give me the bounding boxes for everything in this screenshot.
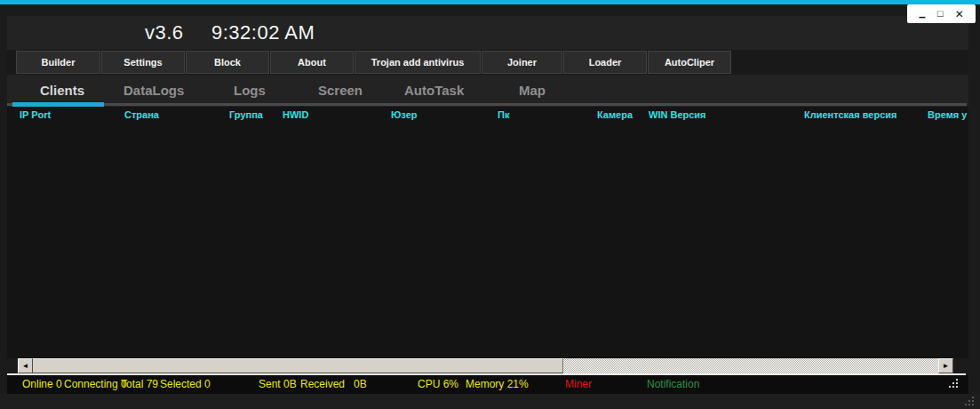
window-controls: – □ ✕: [907, 4, 976, 23]
app-window: – □ ✕ v3.6 9:32:02 AM Builder Settings B…: [0, 0, 980, 409]
status-selected: Selected 0: [160, 375, 211, 394]
horizontal-scrollbar: ◄ ►: [18, 358, 953, 373]
tabs-divider: [7, 103, 967, 106]
maximize-button[interactable]: □: [937, 9, 944, 19]
column-header-ip-port[interactable]: IP Port: [20, 109, 51, 120]
status-memory: Memory 21%: [466, 375, 529, 394]
tab-autotask[interactable]: AutoTask: [404, 83, 464, 98]
column-header-camera[interactable]: Камера: [597, 109, 633, 120]
close-button[interactable]: ✕: [955, 9, 964, 20]
autocliper-button[interactable]: AutoCliper: [648, 51, 731, 74]
loader-button[interactable]: Loader: [563, 51, 647, 74]
status-total: Total 79: [121, 375, 158, 394]
column-header-user[interactable]: Юзер: [391, 109, 418, 120]
joiner-button[interactable]: Joiner: [482, 51, 562, 74]
app-version: v3.6: [145, 21, 184, 44]
block-button[interactable]: Block: [186, 51, 269, 74]
status-received-value: 0B: [354, 375, 367, 394]
scroll-left-icon: ◄: [22, 363, 29, 370]
tab-logs[interactable]: Logs: [234, 83, 266, 98]
resize-grip-icon[interactable]: [949, 379, 951, 381]
scroll-right-icon: ►: [943, 363, 950, 370]
column-header-time[interactable]: Время у: [928, 109, 967, 120]
status-cpu: CPU 6%: [418, 375, 458, 394]
active-tab-underline: [12, 102, 104, 107]
column-header-pc[interactable]: Пк: [498, 109, 509, 120]
trojan-add-antivirus-button[interactable]: Trojan add antivirus: [355, 51, 481, 74]
status-bar: Online 0 Connecting 0 Total 79 Selected …: [7, 375, 968, 394]
settings-button[interactable]: Settings: [101, 51, 185, 74]
scroll-left-button[interactable]: ◄: [18, 358, 33, 373]
tab-datalogs[interactable]: DataLogs: [123, 83, 184, 98]
toolbar: Builder Settings Block About Trojan add …: [16, 51, 731, 74]
scroll-right-button[interactable]: ►: [938, 358, 953, 373]
tab-screen[interactable]: Screen: [318, 83, 363, 98]
minimize-button[interactable]: –: [919, 11, 926, 23]
column-header-win-version[interactable]: WIN Версия: [649, 109, 706, 120]
accent-stripe: [0, 0, 980, 4]
builder-button[interactable]: Builder: [16, 51, 100, 74]
status-received: Received: [300, 375, 345, 394]
status-miner[interactable]: Miner: [565, 375, 592, 394]
column-header-client-version[interactable]: Клиентская версия: [804, 109, 896, 120]
window-resize-grip-icon[interactable]: [965, 397, 967, 398]
column-header-group[interactable]: Группа: [229, 109, 263, 120]
column-header-country[interactable]: Страна: [124, 109, 159, 120]
scrollbar-track[interactable]: [563, 358, 938, 373]
tab-clients[interactable]: Clients: [40, 83, 84, 98]
client-table-area: [7, 107, 968, 358]
status-sent: Sent 0B: [259, 375, 297, 394]
status-notification[interactable]: Notification: [647, 375, 699, 394]
status-online: Online 0: [22, 375, 62, 394]
column-header-hwid[interactable]: HWID: [283, 109, 308, 120]
window-bottom-frame: [0, 394, 980, 409]
about-button[interactable]: About: [270, 51, 354, 74]
clock: 9:32:02 AM: [211, 21, 315, 44]
status-connecting: Connecting 0: [64, 375, 127, 394]
scrollbar-thumb[interactable]: [33, 358, 563, 373]
tab-map[interactable]: Map: [519, 83, 546, 98]
